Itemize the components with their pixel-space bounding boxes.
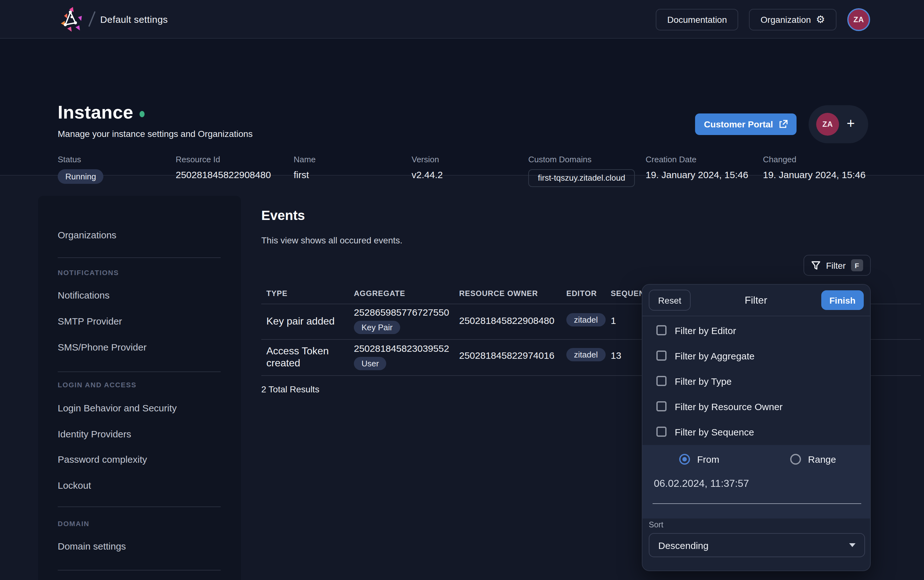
settings-sidebar: GENERAL INFORMATION Organizations NOTIFI… <box>38 196 241 580</box>
resource-id-value: 250281845822908480 <box>176 169 271 180</box>
custom-domains-field: Custom Domains first-tqszuy.zitadel.clou… <box>528 155 635 187</box>
datetime-input-underline <box>653 503 861 504</box>
gear-icon: ⚙ <box>816 15 825 25</box>
events-description: This view shows all occured events. <box>261 235 403 246</box>
version-value: v2.44.2 <box>412 169 443 180</box>
sidebar-item-domain-settings[interactable]: Domain settings <box>58 541 126 552</box>
filter-button[interactable]: Filter F <box>804 255 871 276</box>
name-value: first <box>294 169 315 180</box>
col-header-editor[interactable]: EDITOR <box>566 289 597 298</box>
organization-button[interactable]: Organization ⚙ <box>749 9 837 30</box>
event-type: Access Token created <box>266 345 346 369</box>
page-title: Instance <box>58 102 134 123</box>
filter-shortcut-badge: F <box>851 259 863 271</box>
filter-by-type-option[interactable]: Filter by Type <box>642 368 870 394</box>
instance-header-section: Instance Manage your instance settings a… <box>0 39 924 176</box>
sort-label: Sort <box>649 521 865 529</box>
member-avatar-initials: ZA <box>822 120 833 129</box>
sidebar-section-domain: DOMAIN <box>58 520 89 527</box>
user-avatar[interactable]: ZA <box>847 8 870 31</box>
radio-unselected-icon[interactable] <box>790 453 801 464</box>
radio-from-label: From <box>697 453 719 464</box>
add-member-plus-icon[interactable]: + <box>846 117 855 130</box>
sidebar-item-sms-phone-provider[interactable]: SMS/Phone Provider <box>58 342 147 353</box>
checkbox-icon[interactable] <box>657 376 667 386</box>
filter-by-sequence-option[interactable]: Filter by Sequence <box>642 419 870 444</box>
reset-button[interactable]: Reset <box>649 290 691 311</box>
col-header-resource-owner[interactable]: RESOURCE OWNER <box>459 289 538 298</box>
datetime-filter-section: From Range 06.02.2024, 11:37:57 <box>642 445 870 519</box>
checkbox-label: Filter by Resource Owner <box>675 401 782 412</box>
sidebar-item-notifications[interactable]: Notifications <box>58 290 109 300</box>
sequence-value: 13 <box>611 350 621 361</box>
checkbox-icon[interactable] <box>657 427 667 437</box>
sort-section: Sort Descending <box>649 521 865 557</box>
range-mode-radio-group: From Range <box>642 451 870 466</box>
organization-button-label: Organization <box>761 15 811 25</box>
filter-panel: Reset Filter Finish Filter by Editor Fil… <box>642 284 871 571</box>
customer-portal-button[interactable]: Customer Portal <box>695 114 797 135</box>
name-label: Name <box>294 155 315 164</box>
resource-owner: 250281845822908480 <box>459 315 554 326</box>
top-nav-actions: Documentation Organization ⚙ ZA <box>656 8 870 31</box>
aggregate-id: 250281845823039552 <box>354 343 449 354</box>
col-header-type[interactable]: TYPE <box>266 289 288 298</box>
sidebar-divider <box>58 257 221 258</box>
documentation-button[interactable]: Documentation <box>656 9 738 30</box>
aggregate-type-badge: User <box>354 357 386 370</box>
radio-from-option[interactable]: From <box>642 451 756 466</box>
status-badge: Running <box>58 169 104 184</box>
sidebar-item-organizations[interactable]: Organizations <box>58 229 116 240</box>
changed-field: Changed 19. January 2024, 15:46 <box>763 155 866 180</box>
resource-id-field: Resource Id 250281845822908480 <box>176 155 271 180</box>
instance-members-group[interactable]: ZA + <box>808 105 868 143</box>
version-field: Version v2.44.2 <box>412 155 443 180</box>
changed-value: 19. January 2024, 15:46 <box>763 169 866 180</box>
version-label: Version <box>412 155 443 164</box>
sidebar-item-password-complexity[interactable]: Password complexity <box>58 454 147 465</box>
finish-button[interactable]: Finish <box>821 290 864 310</box>
total-results: 2 Total Results <box>261 384 319 394</box>
col-header-aggregate[interactable]: AGGREGATE <box>354 289 405 298</box>
checkbox-icon[interactable] <box>657 325 667 335</box>
instance-status-dot-icon <box>140 110 145 117</box>
filter-by-editor-option[interactable]: Filter by Editor <box>642 318 870 343</box>
top-nav-bar: Default settings Documentation Organizat… <box>0 0 924 39</box>
checkbox-icon[interactable] <box>657 351 667 361</box>
sidebar-item-identity-providers[interactable]: Identity Providers <box>58 428 131 439</box>
documentation-button-label: Documentation <box>667 15 727 25</box>
breadcrumb-slash-divider <box>88 11 96 27</box>
creation-date-value: 19. January 2024, 15:46 <box>645 169 748 180</box>
zitadel-logo-icon[interactable] <box>58 6 84 32</box>
sort-select[interactable]: Descending <box>649 533 865 557</box>
changed-label: Changed <box>763 155 866 164</box>
sort-selected-value: Descending <box>658 540 708 550</box>
datetime-input[interactable]: 06.02.2024, 11:37:57 <box>654 478 749 489</box>
customer-portal-label: Customer Portal <box>704 119 773 129</box>
member-avatar[interactable]: ZA <box>816 113 839 136</box>
editor-badge: zitadel <box>566 348 606 361</box>
status-field: Status Running <box>58 155 104 184</box>
page-subtitle: Manage your instance settings and Organi… <box>58 129 253 139</box>
resource-owner: 250281845822974016 <box>459 350 554 361</box>
external-link-icon <box>779 120 788 129</box>
filter-by-resource-owner-option[interactable]: Filter by Resource Owner <box>642 394 870 419</box>
chevron-down-icon <box>849 543 856 547</box>
funnel-icon <box>812 260 821 270</box>
filter-by-aggregate-option[interactable]: Filter by Aggregate <box>642 343 870 368</box>
brand-area: Default settings <box>58 6 168 32</box>
radio-selected-icon[interactable] <box>680 453 690 464</box>
events-title: Events <box>261 208 305 223</box>
breadcrumb[interactable]: Default settings <box>100 14 168 25</box>
radio-range-option[interactable]: Range <box>756 451 870 466</box>
name-field: Name first <box>294 155 315 180</box>
custom-domain-chip[interactable]: first-tqszuy.zitadel.cloud <box>528 169 635 187</box>
checkbox-label: Filter by Type <box>675 376 732 386</box>
checkbox-icon[interactable] <box>657 401 667 411</box>
radio-range-label: Range <box>808 453 836 464</box>
sidebar-divider <box>58 371 221 372</box>
custom-domains-label: Custom Domains <box>528 155 635 164</box>
sidebar-item-login-behavior[interactable]: Login Behavior and Security <box>58 402 177 413</box>
sidebar-item-lockout[interactable]: Lockout <box>58 480 91 491</box>
sidebar-item-smtp-provider[interactable]: SMTP Provider <box>58 316 122 326</box>
